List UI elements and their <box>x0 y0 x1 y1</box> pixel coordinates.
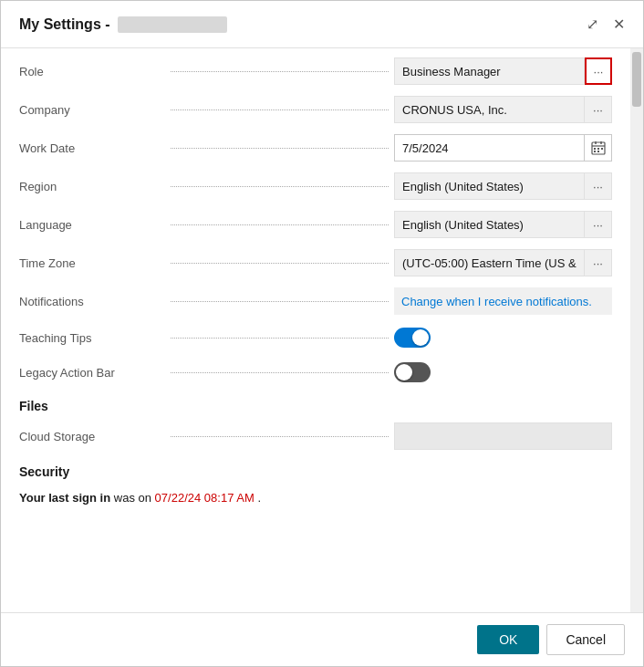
company-input[interactable] <box>394 96 585 123</box>
role-label: Role <box>19 65 165 78</box>
region-row: Region ··· <box>1 167 630 205</box>
workdate-label: Work Date <box>19 141 165 155</box>
security-period: . <box>257 491 261 505</box>
header-icons: ⤢ ✕ <box>583 12 628 36</box>
legacy-action-bar-row: Legacy Action Bar <box>1 355 630 390</box>
cloud-storage-dots <box>171 436 389 437</box>
calendar-icon <box>591 141 606 155</box>
files-heading: Files <box>1 390 630 417</box>
security-was-on: was on <box>114 491 155 505</box>
dialog-footer: OK Cancel <box>1 612 643 666</box>
teaching-tips-dots <box>171 338 389 339</box>
language-label: Language <box>19 218 165 232</box>
role-row: Role ··· <box>1 52 630 90</box>
content-area: Role ··· Company ··· Work Date <box>1 48 630 612</box>
dialog-header: My Settings - ⤢ ✕ <box>1 1 643 48</box>
security-heading: Security <box>1 455 630 483</box>
close-button[interactable]: ✕ <box>609 12 628 36</box>
workdate-calendar-button[interactable] <box>585 134 612 162</box>
timezone-input[interactable] <box>394 249 585 276</box>
role-dots <box>171 71 389 72</box>
teaching-tips-row: Teaching Tips <box>1 320 630 355</box>
legacy-action-bar-track[interactable] <box>394 362 431 382</box>
settings-dialog: My Settings - ⤢ ✕ Role ··· Company <box>0 0 644 667</box>
dialog-body: Role ··· Company ··· Work Date <box>1 48 643 612</box>
scrollbar-thumb <box>632 52 641 107</box>
notifications-value-container: Change when I receive notifications. <box>394 287 612 315</box>
security-text: Your last sign in was on 07/22/24 08:17 … <box>19 491 261 505</box>
role-value-container: ··· <box>394 57 612 85</box>
security-section: Your last sign in was on 07/22/24 08:17 … <box>1 483 630 512</box>
notifications-dots <box>171 301 389 302</box>
workdate-input[interactable] <box>394 134 585 162</box>
cloud-storage-value <box>394 422 612 450</box>
svg-rect-7 <box>594 151 596 152</box>
timezone-value-container: ··· <box>394 249 612 276</box>
expand-button[interactable]: ⤢ <box>583 12 602 36</box>
workdate-row: Work Date <box>1 129 630 167</box>
ok-button[interactable]: OK <box>477 625 539 654</box>
cloud-storage-row: Cloud Storage <box>1 417 630 455</box>
timezone-row: Time Zone ··· <box>1 244 630 282</box>
workdate-value-container <box>394 134 612 162</box>
language-dots <box>171 224 389 225</box>
language-lookup-button[interactable]: ··· <box>585 211 612 238</box>
svg-rect-8 <box>597 151 599 152</box>
timezone-dots <box>171 263 389 264</box>
workdate-dots <box>171 148 389 149</box>
role-lookup-button[interactable]: ··· <box>585 57 612 85</box>
language-value-container: ··· <box>394 211 612 238</box>
legacy-action-bar-dots <box>171 372 389 373</box>
teaching-tips-label: Teaching Tips <box>19 331 165 345</box>
language-row: Language ··· <box>1 205 630 244</box>
timezone-label: Time Zone <box>19 256 165 270</box>
region-lookup-button[interactable]: ··· <box>585 172 612 200</box>
security-date: 07/22/24 08:17 AM <box>155 491 254 505</box>
notifications-link[interactable]: Change when I receive notifications. <box>394 287 612 315</box>
svg-rect-6 <box>601 148 603 150</box>
dialog-title: My Settings - <box>19 16 227 33</box>
teaching-tips-value-container <box>394 328 612 348</box>
role-input[interactable] <box>394 57 585 85</box>
company-row: Company ··· <box>1 90 630 129</box>
timezone-lookup-button[interactable]: ··· <box>585 249 612 276</box>
legacy-action-bar-label: Legacy Action Bar <box>19 366 165 380</box>
language-input[interactable] <box>394 211 585 238</box>
company-label: Company <box>19 103 165 117</box>
notifications-label: Notifications <box>19 295 165 308</box>
title-text: My Settings - <box>19 16 110 33</box>
scrollbar[interactable] <box>630 48 643 612</box>
cloud-storage-label: Cloud Storage <box>19 430 165 443</box>
title-placeholder <box>118 16 227 33</box>
teaching-tips-thumb <box>412 329 429 346</box>
legacy-action-bar-thumb <box>396 364 412 380</box>
region-value-container: ··· <box>394 172 612 200</box>
legacy-action-bar-value-container <box>394 362 612 382</box>
region-label: Region <box>19 180 165 193</box>
region-dots <box>171 186 389 187</box>
company-value-container: ··· <box>394 96 612 123</box>
notifications-row: Notifications Change when I receive noti… <box>1 282 630 320</box>
company-dots <box>171 109 389 110</box>
svg-rect-5 <box>597 148 599 150</box>
cloud-storage-value-container <box>394 422 612 450</box>
teaching-tips-track[interactable] <box>394 328 431 348</box>
teaching-tips-toggle[interactable] <box>394 328 431 348</box>
security-signin-text: Your last sign in <box>19 491 110 505</box>
region-input[interactable] <box>394 172 585 200</box>
cancel-button[interactable]: Cancel <box>546 624 625 655</box>
company-lookup-button[interactable]: ··· <box>585 96 612 123</box>
svg-rect-4 <box>594 148 596 150</box>
legacy-action-bar-toggle[interactable] <box>394 362 431 382</box>
